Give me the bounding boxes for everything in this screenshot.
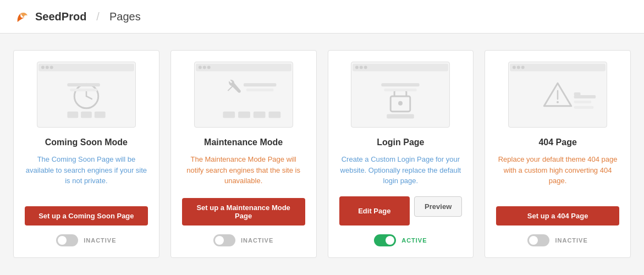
status-row-login: ACTIVE [374,234,427,246]
app-header: SeedProd / Pages [0,0,644,34]
svg-point-2 [41,66,45,69]
svg-rect-34 [387,114,414,119]
status-row-maintenance: INACTIVE [213,234,273,246]
svg-point-15 [199,66,202,69]
card-description-maintenance: The Maintenance Mode Page will notify se… [182,154,305,188]
illustration-login [351,62,450,128]
svg-point-3 [46,66,49,69]
svg-rect-20 [253,112,265,118]
svg-point-17 [207,66,210,69]
setup-button-coming-soon[interactable]: Set up a Coming Soon Page [25,206,148,226]
button-group-login: Edit Page Preview [339,196,463,226]
toggle-maintenance[interactable] [213,234,235,246]
toggle-slider-maintenance [213,234,235,246]
svg-rect-21 [268,112,280,118]
toggle-404[interactable] [527,234,549,246]
card-title-coming-soon: Coming Soon Mode [45,138,128,147]
svg-rect-9 [81,112,92,118]
card-title-login: Login Page [377,138,424,147]
card-description-login: Create a Custom Login Page for your webs… [339,154,463,186]
toggle-login[interactable] [374,234,396,246]
header-divider: / [96,10,100,23]
setup-button-maintenance[interactable]: Set up a Maintenance Mode Page [182,198,305,226]
svg-point-4 [50,66,53,69]
svg-point-37 [513,66,516,69]
svg-rect-11 [67,83,100,86]
header-page-title: Pages [109,10,141,23]
svg-point-39 [521,66,525,69]
seedprod-logo-icon [13,8,31,25]
svg-rect-19 [238,112,250,118]
status-label-coming-soon: INACTIVE [84,237,116,244]
setup-button-404[interactable]: Set up a 404 Page [496,206,619,226]
status-row-404: INACTIVE [527,234,587,246]
card-title-404: 404 Page [538,138,576,147]
svg-point-38 [517,66,520,69]
svg-point-27 [355,66,359,69]
status-label-login: ACTIVE [401,237,427,244]
svg-rect-24 [246,89,273,91]
svg-point-16 [202,66,206,69]
svg-point-31 [398,101,403,106]
svg-rect-32 [382,83,420,86]
edit-page-button[interactable]: Edit Page [339,196,410,226]
toggle-coming-soon[interactable] [56,234,78,246]
svg-rect-22 [223,112,235,118]
card-description-coming-soon: The Coming Soon Page will be available t… [25,154,148,196]
svg-rect-44 [574,106,594,109]
card-404: 404 Page Replace your default theme 404 … [485,50,631,258]
card-login: Login Page Create a Custom Login Page fo… [328,50,474,258]
illustration-coming-soon [37,62,136,128]
logo-text: SeedProd [35,10,86,23]
svg-rect-33 [384,89,417,91]
cards-grid: Coming Soon Mode The Coming Soon Page wi… [13,50,631,258]
svg-rect-8 [67,112,78,118]
card-maintenance: Maintenance Mode The Maintenance Mode Pa… [170,50,317,258]
svg-rect-10 [95,112,106,118]
status-label-maintenance: INACTIVE [241,237,273,244]
card-title-maintenance: Maintenance Mode [204,138,283,147]
main-content: Coming Soon Mode The Coming Soon Page wi… [0,34,644,274]
illustration-404 [508,62,607,128]
status-row-coming-soon: INACTIVE [56,234,116,246]
toggle-slider-404 [527,234,549,246]
toggle-slider-coming-soon [56,234,78,246]
svg-rect-43 [574,101,592,103]
svg-point-41 [557,101,559,103]
card-coming-soon: Coming Soon Mode The Coming Soon Page wi… [13,50,159,258]
illustration-maintenance [194,62,293,128]
status-label-404: INACTIVE [555,237,587,244]
toggle-slider-login [374,234,396,246]
svg-rect-12 [70,89,97,91]
svg-rect-23 [244,83,276,86]
svg-point-29 [364,66,367,69]
preview-button[interactable]: Preview [414,196,462,217]
svg-rect-45 [574,92,581,96]
card-description-404: Replace your default theme 404 page with… [496,154,619,196]
svg-point-28 [360,66,363,69]
logo-area: SeedProd [13,8,86,25]
